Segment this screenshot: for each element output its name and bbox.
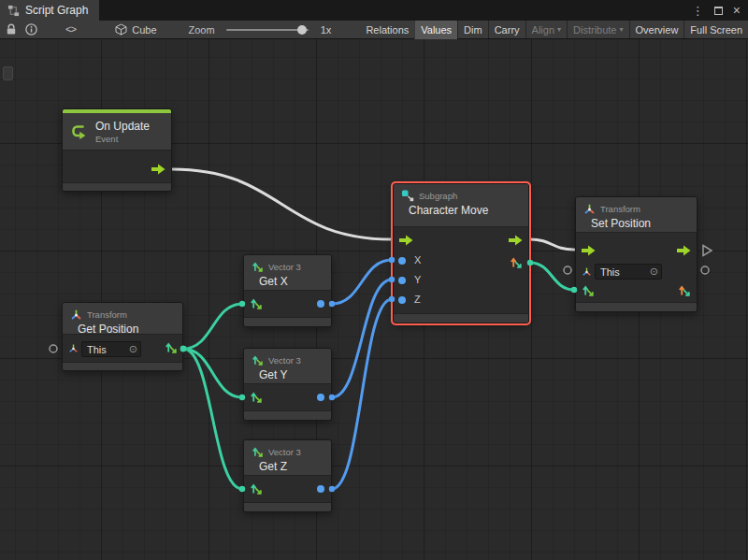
toolbar-button-relations[interactable]: Relations [360, 21, 414, 39]
x-input-port[interactable] [398, 257, 406, 265]
node-character-move[interactable]: Subgraph Character Move X Y Z [393, 183, 529, 323]
window-menu-icon[interactable]: ⋮ [692, 5, 704, 17]
vector3-icon [252, 446, 264, 458]
port-label-x: X [414, 254, 421, 266]
toolbar-button-distribute: Distribute▾ [567, 21, 628, 39]
node-footer [244, 502, 331, 511]
toolbar-button-group: Relations Values Dim Carry Align▾ Distri… [360, 21, 748, 39]
info-icon[interactable] [25, 23, 37, 36]
toolbar-button-full-screen[interactable]: Full Screen [683, 21, 748, 39]
title-bar: Script Graph ⋮ × [0, 0, 748, 21]
node-title: Character Move [409, 204, 521, 217]
flow-output-port[interactable] [151, 164, 165, 175]
transform-icon [582, 266, 592, 277]
node-get-z[interactable]: Vector 3 Get Z [243, 439, 332, 512]
on-update-event-icon [70, 122, 89, 141]
port-label-y: Y [414, 274, 421, 285]
node-on-update[interactable]: On Update Event [62, 108, 172, 192]
node-title: Set Position [591, 217, 689, 230]
flow-output-port[interactable] [677, 245, 691, 256]
node-title: Get X [259, 275, 324, 288]
script-graph-icon [7, 5, 20, 17]
cube-icon [115, 23, 127, 36]
number-output-port[interactable] [317, 300, 324, 308]
zoom-slider[interactable] [226, 29, 309, 31]
this-field[interactable]: This ⊙ [595, 264, 662, 280]
target-picker-icon[interactable]: ⊙ [650, 266, 658, 277]
node-subtitle: Event [95, 134, 150, 144]
toolbar-button-overview[interactable]: Overview [629, 21, 684, 39]
node-footer [394, 313, 528, 323]
vector3-input-port[interactable] [250, 297, 263, 310]
close-icon[interactable]: × [733, 4, 741, 17]
node-title: Get Position [78, 323, 175, 336]
node-subtitle: Vector 3 [268, 262, 301, 272]
graph-toolbar: <> Cube Zoom 1x Relations Values Dim Car… [0, 21, 748, 39]
transform-icon [583, 203, 596, 215]
toolbar-button-carry[interactable]: Carry [488, 21, 525, 39]
node-get-position[interactable]: Transform Get Position This ⊙ [62, 302, 183, 371]
dropdown-arrow-icon: ▾ [620, 26, 624, 34]
node-footer [576, 302, 697, 311]
node-subtitle: Transform [87, 309, 127, 320]
zoom-slider-knob[interactable] [297, 25, 307, 35]
toolbar-button-values[interactable]: Values [414, 21, 457, 39]
node-footer [244, 410, 331, 420]
vector3-icon [252, 261, 264, 273]
tab-label: Script Graph [25, 4, 88, 17]
transform-icon [68, 343, 79, 353]
vector3-output-port[interactable] [165, 341, 178, 354]
vector3-icon [252, 354, 264, 366]
subgraph-icon [401, 189, 414, 202]
vector3-output-port[interactable] [510, 256, 523, 269]
node-subtitle: Vector 3 [268, 355, 301, 366]
port-label-z: Z [414, 294, 421, 305]
vector3-input-port[interactable] [582, 284, 595, 297]
number-output-port[interactable] [317, 485, 324, 493]
node-get-y[interactable]: Vector 3 Get Y [243, 348, 332, 421]
transform-icon [70, 309, 82, 321]
node-subtitle: Transform [600, 204, 640, 214]
number-output-port[interactable] [317, 394, 324, 401]
zoom-label: Zoom [189, 24, 215, 36]
vector3-input-port[interactable] [250, 482, 263, 495]
flow-input-port[interactable] [399, 235, 413, 246]
lock-icon[interactable] [6, 23, 17, 36]
vector3-output-port[interactable] [678, 284, 691, 297]
flow-output-port[interactable] [509, 235, 523, 246]
node-set-position[interactable]: Transform Set Position This ⊙ [575, 196, 698, 312]
y-input-port[interactable] [398, 277, 406, 284]
target-picker-icon[interactable]: ⊙ [129, 344, 137, 354]
this-field[interactable]: This ⊙ [81, 341, 141, 357]
node-footer [63, 182, 171, 191]
node-footer [63, 362, 182, 370]
node-footer [244, 317, 331, 326]
window-controls: ⋮ × [692, 0, 748, 21]
code-icon[interactable]: <> [65, 24, 76, 36]
vector3-input-port[interactable] [250, 391, 263, 404]
node-subtitle: Vector 3 [268, 447, 301, 457]
maximize-icon[interactable] [714, 7, 723, 15]
node-title: Get Z [259, 460, 324, 473]
toolbar-button-align: Align▾ [525, 21, 567, 39]
zoom-value: 1x [321, 24, 332, 36]
tab-script-graph[interactable]: Script Graph [0, 0, 99, 21]
dropdown-arrow-icon: ▾ [557, 26, 561, 34]
target-object-label[interactable]: Cube [132, 24, 156, 36]
z-input-port[interactable] [398, 296, 406, 304]
node-title: Get Y [259, 368, 324, 381]
flow-input-port[interactable] [582, 245, 596, 256]
toolbar-button-dim[interactable]: Dim [457, 21, 488, 39]
node-get-x[interactable]: Vector 3 Get X [243, 254, 332, 327]
node-subtitle: Subgraph [419, 191, 457, 201]
node-title: On Update [95, 120, 150, 133]
canvas-corner-widget[interactable] [3, 66, 13, 80]
